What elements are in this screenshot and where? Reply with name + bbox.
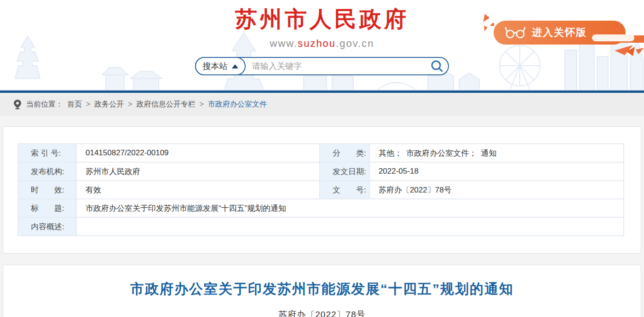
badge-slot-decoration	[592, 34, 634, 41]
document-title: 市政府办公室关于印发苏州市能源发展“十四五”规划的通知	[3, 280, 641, 299]
document-number-label: 文 号:	[320, 181, 369, 199]
table-row: 时 效: 有效 文 号: 苏府办〔2022〕78号	[18, 181, 624, 199]
search-scope-dropdown[interactable]: 搜本站	[195, 57, 246, 75]
category-label: 分 类:	[320, 144, 369, 162]
issue-date-label: 发文日期:	[320, 162, 369, 181]
table-row: 标 题: 市政府办公室关于印发苏州市能源发展“十四五”规划的通知	[18, 199, 624, 217]
location-pin-icon	[14, 100, 21, 109]
site-search-bar: 搜本站	[195, 57, 449, 75]
category-value: 其他； 市政府办公室文件； 通知	[369, 144, 624, 162]
breadcrumb-separator: >	[86, 100, 90, 108]
document-meta-table: 索 引 号: 014150827/2022-00109 分 类: 其他； 市政府…	[17, 143, 624, 236]
search-input[interactable]	[252, 58, 422, 74]
document-meta-panel: 索 引 号: 014150827/2022-00109 分 类: 其他； 市政府…	[3, 126, 641, 254]
document-body-panel: 市政府办公室关于印发苏州市能源发展“十四五”规划的通知 苏府办〔2022〕78号	[3, 265, 641, 317]
breadcrumb-current: 市政府办公室文件	[208, 100, 267, 109]
breadcrumb: 当前位置： 首页 > 政务公开 > 政府信息公开专栏 > 市政府办公室文件	[0, 93, 644, 116]
breadcrumb-separator: >	[200, 100, 204, 108]
summary-label: 内容概述:	[18, 217, 76, 236]
breadcrumb-label: 当前位置：	[26, 100, 63, 109]
validity-value: 有效	[76, 181, 320, 199]
breadcrumb-link-home[interactable]: 首页	[67, 100, 82, 109]
summary-value	[76, 217, 624, 236]
validity-label: 时 效:	[18, 181, 76, 199]
title-value: 市政府办公室关于印发苏州市能源发展“十四五”规划的通知	[76, 199, 624, 217]
document-number-value: 苏府办〔2022〕78号	[369, 181, 624, 199]
paper-plane-icon	[615, 45, 644, 57]
search-icon	[430, 59, 444, 73]
care-version-button[interactable]: 进入关怀版	[494, 21, 626, 45]
document-number: 苏府办〔2022〕78号	[3, 309, 641, 317]
table-row: 索 引 号: 014150827/2022-00109 分 类: 其他； 市政府…	[18, 144, 624, 162]
care-version-label: 进入关怀版	[532, 26, 587, 40]
breadcrumb-link-open-gov[interactable]: 政务公开	[94, 100, 124, 109]
eyeglasses-icon	[505, 26, 526, 39]
site-url-prefix: www.	[270, 38, 298, 49]
chevron-up-icon	[232, 64, 238, 68]
index-number-value: 014150827/2022-00109	[76, 144, 320, 162]
site-url-suffix: .gov.cn	[336, 38, 374, 49]
table-row: 内容概述:	[18, 217, 624, 236]
search-button[interactable]	[430, 59, 444, 74]
index-number-label: 索 引 号:	[18, 144, 76, 162]
issuing-agency-value: 苏州市人民政府	[76, 162, 320, 181]
site-header: 苏州市人民政府 www.suzhou.gov.cn 搜本站 进入关怀版	[0, 0, 644, 91]
search-scope-label: 搜本站	[203, 61, 228, 72]
table-row: 发布机构: 苏州市人民政府 发文日期: 2022-05-18	[18, 162, 624, 181]
title-label: 标 题:	[18, 199, 76, 217]
breadcrumb-separator: >	[128, 100, 132, 108]
breadcrumb-link-info-column[interactable]: 政府信息公开专栏	[137, 100, 196, 109]
issuing-agency-label: 发布机构:	[18, 162, 76, 181]
issue-date-value: 2022-05-18	[369, 162, 624, 181]
site-url-highlight: suzhou	[298, 38, 336, 49]
